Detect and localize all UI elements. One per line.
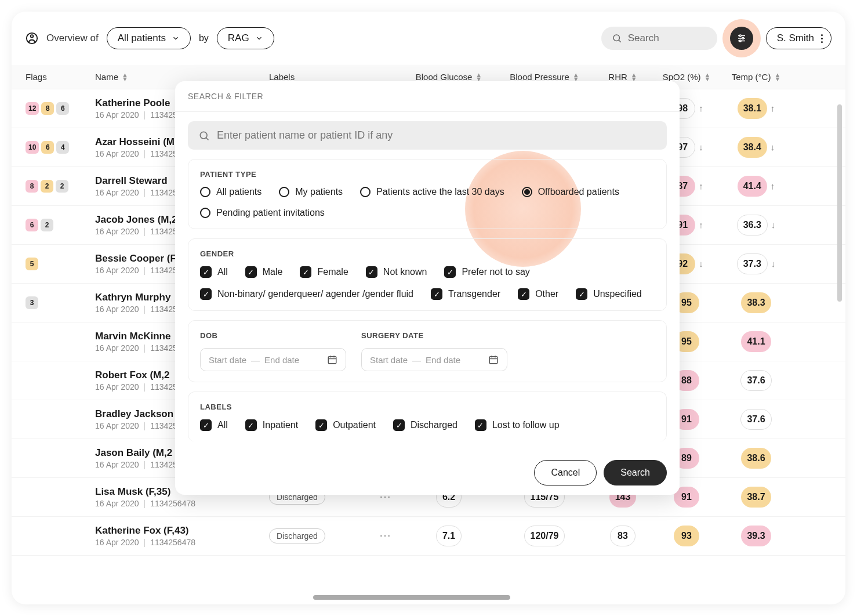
surgery-title: SURGERY DATE (361, 331, 507, 340)
svg-point-10 (200, 132, 207, 139)
flag-badge: 5 (26, 258, 38, 270)
checkbox-icon: ✓ (576, 288, 587, 300)
kebab-icon (821, 34, 823, 43)
flag-badge: 6 (26, 219, 38, 231)
flag-badge: 12 (26, 102, 39, 115)
temp-value: 38.6 (741, 448, 771, 469)
search-icon (198, 130, 210, 142)
checkbox-icon: ✓ (200, 288, 212, 300)
patient-sub: 16 Apr 2020|1134256478 (95, 499, 269, 508)
patient-type-option[interactable]: Pending patient invitations (200, 208, 325, 218)
col-name[interactable]: Name▲▼ (95, 72, 269, 82)
modal-footer: Cancel Search (175, 451, 680, 495)
horizontal-scrollbar[interactable] (313, 595, 510, 600)
col-bg[interactable]: Blood Glucose▲▼ (402, 72, 495, 82)
search-input[interactable]: Search (601, 27, 717, 50)
trend-icon: ↓ (771, 220, 776, 230)
sort-by-dropdown[interactable]: RAG (217, 27, 274, 49)
col-rhr[interactable]: RHR▲▼ (594, 72, 652, 82)
row-actions[interactable]: ⋯ (379, 528, 392, 542)
logo-icon (26, 32, 38, 45)
label-option[interactable]: ✓Outpatient (315, 419, 376, 431)
gender-title: GENDER (200, 249, 655, 258)
by-label: by (199, 33, 209, 44)
vertical-scrollbar[interactable] (837, 104, 842, 302)
filter-button[interactable] (725, 22, 758, 55)
checkbox-icon: ✓ (200, 419, 212, 431)
dates-section: DOB Start date — End date SURGERY DATE S… (188, 320, 667, 382)
surgery-date-range[interactable]: Start date — End date (361, 348, 507, 371)
label-option[interactable]: ✓Inpatient (245, 419, 298, 431)
col-labels[interactable]: Labels (269, 72, 402, 82)
dob-date-range[interactable]: Start date — End date (200, 348, 346, 371)
cancel-button[interactable]: Cancel (534, 460, 597, 485)
flag-badge: 6 (41, 141, 54, 154)
gender-option[interactable]: ✓Prefer not to say (444, 266, 529, 278)
calendar-icon (488, 354, 499, 365)
gender-option[interactable]: ✓All (200, 266, 228, 278)
flag-badge: 3 (26, 296, 38, 309)
chevron-down-icon (172, 34, 180, 42)
checkbox-icon: ✓ (200, 266, 212, 278)
search-icon (612, 33, 622, 44)
flag-badge: 10 (26, 141, 39, 154)
label-option[interactable]: ✓All (200, 419, 228, 431)
gender-option[interactable]: ✓Male (245, 266, 283, 278)
checkbox-icon: ✓ (300, 266, 311, 278)
patient-type-option[interactable]: All patients (200, 187, 262, 197)
col-bp[interactable]: Blood Pressure▲▼ (495, 72, 594, 82)
search-filter-modal: SEARCH & FILTER Enter patient name or pa… (175, 81, 680, 495)
trend-icon: ↓ (771, 259, 776, 269)
col-temp[interactable]: Temp (°C)▲▼ (721, 72, 791, 82)
patient-type-title: PATIENT TYPE (200, 170, 655, 179)
sort-icon: ▲▼ (774, 73, 780, 81)
patients-filter-dropdown[interactable]: All patients (107, 27, 191, 49)
spo2-value: 93 (674, 526, 699, 546)
gender-option[interactable]: ✓Not known (366, 266, 427, 278)
gender-option[interactable]: ✓Transgender (431, 288, 500, 300)
svg-line-3 (619, 40, 621, 42)
patient-name: Katherine Fox (F,43) (95, 525, 269, 537)
trend-icon: ↑ (771, 103, 775, 113)
label-option[interactable]: ✓Lost to follow up (475, 419, 560, 431)
flag-badge: 2 (41, 219, 53, 231)
checkbox-icon: ✓ (518, 288, 529, 300)
search-placeholder: Search (628, 32, 659, 44)
sort-icon: ▲▼ (122, 73, 128, 81)
dob-title: DOB (200, 331, 346, 340)
gender-option[interactable]: ✓Other (518, 288, 558, 300)
temp-value: 37.3 (737, 253, 768, 274)
overview-label: Overview of (46, 32, 99, 44)
user-menu[interactable]: S. Smith (766, 27, 831, 49)
flag-badge: 6 (56, 102, 69, 115)
labels-title: LABELS (200, 403, 655, 411)
bg-value: 7.1 (436, 526, 462, 546)
label-option[interactable]: ✓Discharged (393, 419, 457, 431)
checkbox-icon: ✓ (475, 419, 486, 431)
gender-option[interactable]: ✓Non-binary/ genderqueer/ agender /gende… (200, 288, 413, 300)
temp-value: 41.4 (738, 176, 767, 197)
patient-type-option[interactable]: Patients active the last 30 days (360, 187, 504, 197)
flag-badge: 2 (41, 180, 53, 193)
flag-badge: 8 (41, 102, 54, 115)
flag-badge: 4 (56, 141, 69, 154)
gender-option[interactable]: ✓Unspecified (576, 288, 642, 300)
patient-type-option[interactable]: Offboarded patients (522, 187, 619, 197)
rhr-value: 83 (610, 526, 636, 546)
col-spo2[interactable]: SpO2 (%)▲▼ (652, 72, 721, 82)
col-flags[interactable]: Flags (26, 72, 95, 82)
gender-option[interactable]: ✓Female (300, 266, 348, 278)
svg-point-9 (739, 40, 741, 42)
temp-value: 38.1 (738, 98, 767, 119)
sort-icon: ▲▼ (573, 73, 579, 81)
svg-rect-16 (489, 357, 498, 364)
filter-search-input[interactable]: Enter patient name or patient ID if any (188, 121, 667, 150)
checkbox-icon: ✓ (366, 266, 377, 278)
svg-rect-12 (328, 357, 336, 364)
patient-type-option[interactable]: My patients (279, 187, 343, 197)
temp-value: 39.3 (741, 526, 771, 546)
svg-point-8 (742, 38, 744, 39)
trend-icon: ↑ (699, 181, 703, 191)
table-row[interactable]: Katherine Fox (F,43)16 Apr 2020|11342564… (12, 517, 845, 556)
search-button[interactable]: Search (604, 460, 667, 485)
